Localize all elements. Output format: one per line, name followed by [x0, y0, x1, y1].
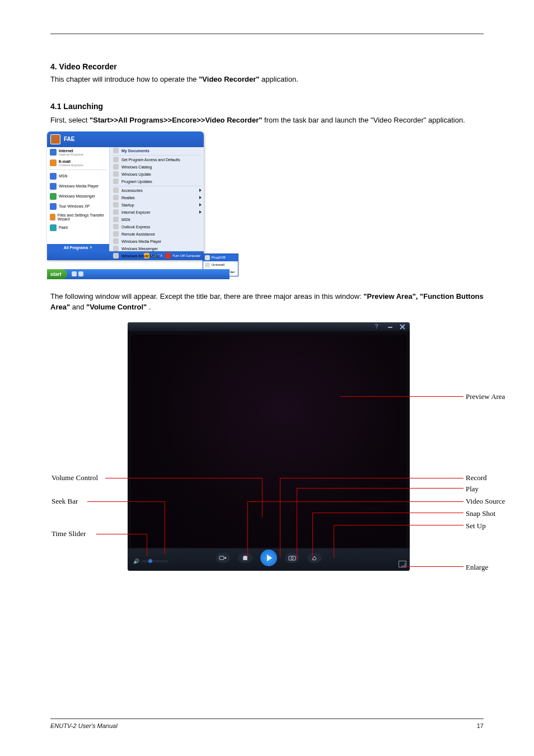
- play-icon: [267, 555, 272, 561]
- folder-icon: [113, 148, 119, 153]
- snapshot-button[interactable]: [285, 553, 299, 563]
- controls-bar: 🔊: [128, 548, 410, 571]
- assist-icon: [113, 231, 119, 237]
- taskbar: start: [47, 269, 229, 279]
- program-item[interactable]: Windows Catalog: [110, 163, 204, 171]
- pinned-email[interactable]: E-mail Outlook Express: [47, 158, 109, 168]
- close-button[interactable]: [399, 324, 406, 330]
- program-item[interactable]: Windows Media Player: [110, 238, 204, 245]
- section-heading: 4. Video Recorder: [50, 62, 484, 71]
- user-avatar: [50, 134, 60, 144]
- msn-icon: [50, 173, 57, 180]
- videorecorder-screenshot: ? 🔊: [128, 322, 531, 585]
- program-item[interactable]: Realtek: [110, 194, 204, 201]
- program-icon: [205, 255, 210, 260]
- recent-tour[interactable]: Tour Windows XP: [47, 201, 109, 212]
- startmenu-header: FAE: [47, 132, 204, 147]
- tray-icons: [72, 271, 83, 276]
- wmp-icon: [113, 238, 119, 244]
- program-icon: [113, 157, 119, 162]
- program-item[interactable]: Outlook Express: [110, 223, 204, 231]
- folder-icon: [113, 202, 119, 208]
- pinned-internet[interactable]: Internet Internet Explorer: [47, 147, 109, 158]
- program-icon: [113, 164, 119, 170]
- program-item[interactable]: Startup: [110, 201, 204, 209]
- label-seek: Seek Bar: [51, 497, 78, 506]
- all-programs-button[interactable]: All Programs: [47, 244, 109, 251]
- preview-area: [131, 335, 406, 547]
- wmp-icon: [50, 183, 57, 190]
- program-item[interactable]: Remote Assistance: [110, 231, 204, 238]
- page-number: 17: [477, 722, 484, 729]
- label-enlarge: Enlarge: [466, 563, 488, 572]
- para-launch-path: First, select "Start>>All Programs>>Enco…: [50, 115, 484, 126]
- section-title: 4. Video Recorder: [50, 62, 117, 71]
- video-source-button[interactable]: [216, 553, 230, 563]
- para-window-areas: The following window will appear. Except…: [50, 292, 484, 313]
- msn-icon: [113, 217, 119, 222]
- transfer-icon: [50, 214, 55, 220]
- label-record: Record: [466, 473, 487, 482]
- program-item-encore[interactable]: Encore: [110, 260, 204, 260]
- label-snapshot: Snap Shot: [466, 509, 495, 518]
- footer-title: ENUTV-2 User's Manual: [50, 722, 118, 729]
- label-setup: Set Up: [466, 522, 486, 530]
- label-volume: Volume Control: [51, 473, 98, 482]
- program-icon: [113, 179, 119, 184]
- label-video-src: Video Source: [466, 497, 505, 506]
- recent-paint[interactable]: Paint: [47, 223, 109, 233]
- svg-rect-2: [219, 556, 224, 560]
- ie-icon: [50, 149, 57, 156]
- minimize-button[interactable]: [386, 324, 394, 330]
- videorecorder-window: ? 🔊: [128, 322, 410, 571]
- chevron-right-icon: [90, 246, 92, 249]
- submenu-uninstall[interactable]: Uninstall: [203, 261, 238, 269]
- program-item[interactable]: Set Program Access and Defaults: [110, 156, 204, 163]
- startmenu-right-panel: My Documents Set Program Access and Defa…: [110, 147, 204, 251]
- my-documents-item[interactable]: My Documents: [110, 147, 204, 154]
- tray-icon[interactable]: [72, 271, 77, 276]
- titlebar: ?: [128, 322, 410, 331]
- startmenu-left-panel: Internet Internet Explorer E-mail Outloo…: [47, 147, 110, 251]
- recent-messenger[interactable]: Windows Messenger: [47, 191, 109, 201]
- uninstall-icon: [205, 262, 210, 267]
- setup-button[interactable]: [307, 553, 322, 563]
- label-time-slider: Time Slider: [51, 529, 86, 538]
- folder-icon: [113, 195, 119, 200]
- program-item[interactable]: Accessories: [110, 187, 204, 194]
- paint-icon: [50, 224, 57, 231]
- startmenu-screenshot: FAE Internet Internet Explorer E-mail: [47, 132, 229, 283]
- ie-icon: [113, 209, 119, 215]
- program-icon: [113, 171, 119, 177]
- svg-point-6: [291, 557, 293, 560]
- user-name: FAE: [64, 136, 74, 142]
- recent-msn[interactable]: MSN: [47, 171, 109, 181]
- mail-icon: [113, 224, 119, 229]
- svg-text:?: ?: [375, 324, 378, 330]
- label-play: Play: [466, 485, 479, 494]
- svg-point-3: [243, 556, 247, 560]
- recent-fstw[interactable]: Files and Settings Transfer Wizard: [47, 212, 109, 223]
- tray-icon[interactable]: [78, 271, 83, 276]
- start-button[interactable]: start: [47, 269, 67, 279]
- tour-icon: [50, 203, 57, 210]
- help-button[interactable]: ?: [374, 324, 382, 330]
- page-footer: ENUTV-2 User's Manual 17: [50, 719, 484, 729]
- program-item[interactable]: Windows Messenger: [110, 245, 204, 252]
- messenger-icon: [50, 193, 57, 200]
- mail-icon: [50, 159, 57, 166]
- svg-rect-4: [243, 560, 247, 560]
- program-item[interactable]: Windows Update: [110, 171, 204, 178]
- play-button[interactable]: [260, 550, 277, 566]
- program-item[interactable]: Program Updates: [110, 178, 204, 185]
- program-item[interactable]: Windows Movie Maker: [110, 252, 204, 260]
- program-item[interactable]: MSN: [110, 216, 204, 223]
- messenger-icon: [113, 246, 119, 251]
- program-item[interactable]: Internet Explorer: [110, 209, 204, 216]
- svg-rect-1: [388, 327, 392, 328]
- recent-wmp[interactable]: Windows Media Player: [47, 181, 109, 191]
- record-button[interactable]: [238, 553, 252, 563]
- section-intro: This chapter will introduce how to opera…: [50, 74, 484, 85]
- submenu-progdvb[interactable]: ProgDVB: [203, 254, 238, 261]
- subheading-launching: 4.1 Launching: [50, 102, 484, 111]
